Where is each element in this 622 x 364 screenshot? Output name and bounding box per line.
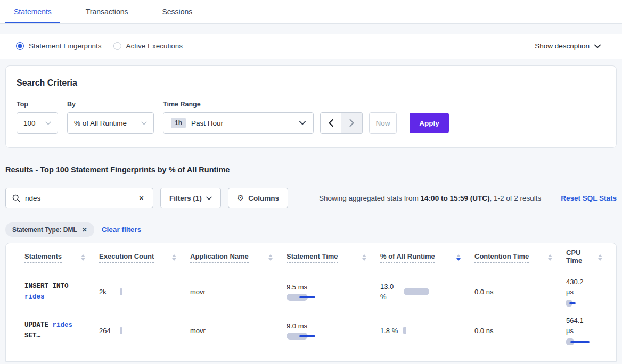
contention-time-value: 0.0 ns [474, 288, 493, 296]
statements-table: Statements Execution Count Application N… [5, 243, 617, 362]
pct-runtime-cell: 1.8 % [380, 327, 474, 335]
search-criteria-title: Search Criteria [17, 78, 605, 88]
execution-count-value: 264 [99, 327, 120, 335]
cpu-time-value: 430.2 µs [566, 277, 590, 297]
top-select[interactable]: 100 [17, 112, 58, 134]
col-header-label[interactable]: Execution Count [99, 252, 154, 263]
col-header-cpu-time: CPU Time [566, 243, 616, 272]
sql-text: SET… [24, 332, 40, 340]
statement-time-value: 9.0 ms [287, 322, 324, 330]
chevron-down-icon [299, 121, 306, 125]
reset-sql-stats-link[interactable]: Reset SQL Stats [561, 194, 617, 202]
sort-icon[interactable] [172, 254, 176, 261]
gear-icon: ⚙ [237, 193, 244, 203]
radio-statement-fingerprints[interactable]: Statement Fingerprints [16, 42, 102, 50]
search-input[interactable] [25, 194, 136, 202]
radio-active-executions[interactable]: Active Executions [113, 42, 183, 50]
stats-prefix: Showing aggregated stats from [319, 194, 421, 202]
table-row: UPDATE rides SET… 264 movr 9.0 ms [6, 311, 616, 350]
statement-link[interactable]: rides [24, 293, 45, 301]
sql-activity-page: Statements Transactions Sessions Stateme… [0, 0, 622, 364]
execution-count-bar [120, 327, 122, 334]
pct-runtime-bar [404, 288, 429, 295]
contention-time-cell: 0.0 ns [474, 288, 566, 296]
application-name-cell: movr [190, 327, 287, 335]
application-name-value: movr [190, 327, 206, 335]
col-header-label[interactable]: Statement Time [287, 252, 338, 263]
tab-statements[interactable]: Statements [5, 1, 60, 23]
tab-transactions[interactable]: Transactions [77, 1, 137, 23]
columns-button[interactable]: ⚙ Columns [228, 188, 288, 208]
pct-runtime-cell: 13.0 % [380, 282, 474, 302]
execution-count-cell: 2k [99, 288, 190, 296]
by-label: By [67, 101, 154, 108]
show-description-toggle[interactable]: Show description [535, 42, 601, 50]
vertical-divider [551, 188, 551, 208]
remove-filter-icon[interactable]: ✕ [82, 226, 87, 234]
now-button[interactable]: Now [369, 112, 397, 134]
application-name-value: movr [190, 288, 206, 296]
col-header-statements: Statements [6, 243, 99, 272]
statement-cell: UPDATE rides SET… [6, 320, 99, 341]
clear-filters-link[interactable]: Clear filters [102, 226, 141, 234]
search-icon [12, 194, 20, 202]
active-filters-row: Statement Type: DML ✕ Clear filters [5, 222, 617, 237]
statement-time-bar [287, 294, 324, 301]
application-name-cell: movr [190, 288, 287, 296]
by-select[interactable]: % of All Runtime [67, 112, 154, 134]
contention-time-value: 0.0 ns [474, 327, 493, 335]
statement-time-bar [287, 333, 324, 340]
table-row: INSERT INTO rides 2k movr 9.5 ms [6, 272, 616, 311]
time-range-field: Time Range 1h Past Hour [163, 101, 314, 134]
sort-icon-descending[interactable] [456, 254, 461, 261]
cpu-time-cell: 564.1 µs [566, 316, 616, 345]
col-header-application-name: Application Name [190, 243, 287, 272]
col-header-execution-count: Execution Count [99, 243, 190, 272]
execution-count-bar [120, 288, 122, 295]
col-header-label[interactable]: % of All Runtime [380, 252, 435, 263]
by-value: % of All Runtime [74, 119, 127, 127]
criteria-controls: Top 100 By % of All Runtime Time Range 1… [17, 101, 605, 134]
statement-time-cell: 9.0 ms [287, 322, 380, 340]
time-range-value: Past Hour [191, 119, 223, 127]
time-range-select[interactable]: 1h Past Hour [163, 112, 314, 134]
col-header-label[interactable]: Statements [24, 252, 62, 263]
cpu-time-bar [566, 338, 593, 345]
col-header-label[interactable]: Contention Time [474, 252, 529, 263]
show-description-label: Show description [535, 42, 590, 50]
col-header-statement-time: Statement Time [287, 243, 380, 272]
cpu-time-cell: 430.2 µs [566, 277, 616, 307]
filter-chip-statement-type[interactable]: Statement Type: DML ✕ [5, 222, 94, 237]
sort-icon[interactable] [548, 254, 552, 261]
chevron-left-icon [329, 119, 333, 127]
view-radio-group: Statement Fingerprints Active Executions [16, 42, 183, 50]
filters-button[interactable]: Filters (1) [160, 188, 221, 208]
col-header-contention-time: Contention Time [474, 243, 566, 272]
col-header-label[interactable]: Application Name [190, 252, 249, 263]
previous-time-button[interactable] [320, 112, 341, 134]
clear-search-icon[interactable]: ✕ [136, 193, 146, 203]
radio-selected-icon [16, 42, 24, 50]
statement-time-cell: 9.5 ms [287, 283, 380, 301]
col-header-label[interactable]: CPU Time [566, 249, 598, 267]
apply-button[interactable]: Apply [410, 113, 449, 133]
columns-label: Columns [248, 194, 279, 202]
top-field: Top 100 [17, 101, 58, 134]
sort-icon[interactable] [268, 254, 273, 261]
view-toggle-bar: Statement Fingerprints Active Executions… [0, 34, 622, 59]
time-range-badge: 1h [171, 118, 186, 128]
chevron-down-icon [45, 121, 51, 125]
cpu-time-value: 564.1 µs [566, 316, 590, 336]
sort-icon[interactable] [362, 254, 366, 261]
top-label: Top [17, 101, 58, 108]
radio-label: Active Executions [126, 42, 183, 50]
statement-link[interactable]: rides [53, 321, 73, 329]
stats-suffix: , 1-2 of 2 results [489, 194, 541, 202]
radio-label: Statement Fingerprints [29, 42, 102, 50]
sort-icon[interactable] [81, 254, 85, 261]
next-time-button[interactable] [341, 112, 363, 134]
tab-sessions[interactable]: Sessions [153, 1, 201, 23]
statement-time-value: 9.5 ms [287, 283, 324, 291]
statement-cell: INSERT INTO rides [6, 281, 99, 302]
sort-icon[interactable] [598, 254, 602, 261]
